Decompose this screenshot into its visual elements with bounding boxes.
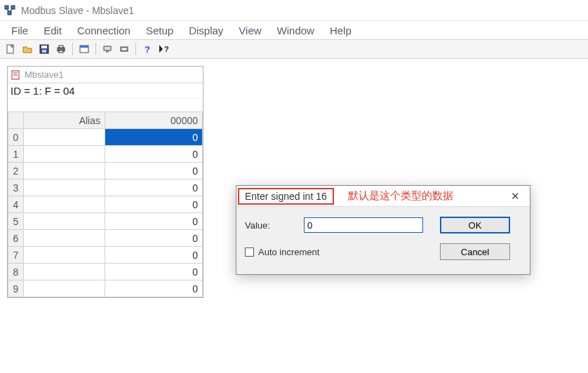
- child-title: Mbslave1: [25, 69, 64, 80]
- close-icon[interactable]: ✕: [507, 190, 524, 203]
- child-titlebar[interactable]: Mbslave1: [8, 67, 203, 83]
- menu-connection[interactable]: Connection: [72, 23, 136, 38]
- value-label: Value:: [245, 220, 294, 231]
- device-icon[interactable]: [116, 41, 132, 57]
- alias-cell[interactable]: [24, 280, 105, 297]
- value-cell[interactable]: 0: [105, 230, 203, 247]
- value-input[interactable]: [304, 217, 423, 233]
- row-header[interactable]: 2: [8, 163, 24, 179]
- table-row[interactable]: 80: [8, 264, 203, 280]
- connection-icon[interactable]: [100, 41, 115, 57]
- alias-cell[interactable]: [24, 163, 105, 179]
- dialog-annotation: 默认是这个类型的数据: [348, 189, 507, 203]
- row-header[interactable]: 6: [8, 230, 24, 247]
- auto-increment-label: Auto increment: [258, 247, 319, 257]
- whatsthis-icon[interactable]: ?: [156, 41, 172, 57]
- child-window: Mbslave1 ID = 1: F = 04 Alias 00000 0010…: [7, 66, 203, 298]
- table-row[interactable]: 60: [8, 230, 203, 247]
- table-row[interactable]: 50: [8, 213, 203, 230]
- column-alias[interactable]: Alias: [24, 112, 105, 129]
- value-entry-dialog: Enter signed int 16 默认是这个类型的数据 ✕ Value: …: [236, 185, 530, 275]
- save-icon[interactable]: [36, 41, 52, 57]
- alias-cell[interactable]: [24, 247, 105, 264]
- auto-increment-checkbox[interactable]: Auto increment: [245, 247, 423, 257]
- value-cell[interactable]: 0: [105, 196, 203, 213]
- alias-cell[interactable]: [24, 264, 105, 280]
- table-row[interactable]: 30: [8, 179, 203, 196]
- document-icon: [11, 70, 20, 80]
- svg-rect-2: [8, 11, 11, 15]
- svg-rect-10: [59, 46, 63, 48]
- table-row[interactable]: 00: [8, 129, 203, 146]
- menu-view[interactable]: View: [233, 23, 267, 38]
- column-value[interactable]: 00000: [105, 112, 203, 129]
- value-cell[interactable]: 0: [105, 213, 203, 230]
- menu-help[interactable]: Help: [324, 23, 357, 38]
- row-header[interactable]: 9: [8, 280, 24, 297]
- table-row[interactable]: 90: [8, 280, 203, 297]
- value-cell[interactable]: 0: [105, 163, 203, 179]
- window-icon[interactable]: [76, 41, 92, 57]
- print-icon[interactable]: [53, 41, 69, 57]
- svg-rect-18: [122, 48, 126, 50]
- value-cell[interactable]: 0: [105, 280, 203, 297]
- about-icon[interactable]: ?: [140, 41, 155, 57]
- table-corner: [8, 112, 24, 129]
- toolbar: ? ?: [0, 39, 588, 59]
- toolbar-separator: [95, 43, 96, 55]
- svg-text:?: ?: [164, 45, 169, 53]
- row-header[interactable]: 4: [8, 196, 24, 213]
- svg-rect-0: [5, 6, 8, 9]
- register-table[interactable]: Alias 00000 00102030405060708090: [8, 111, 203, 297]
- cancel-button[interactable]: Cancel: [440, 243, 510, 260]
- value-cell[interactable]: 0: [105, 264, 203, 280]
- open-file-icon[interactable]: [20, 41, 35, 57]
- app-title: Modbus Slave - Mbslave1: [21, 5, 134, 16]
- menu-edit[interactable]: Edit: [38, 23, 67, 38]
- table-row[interactable]: 40: [8, 196, 203, 213]
- alias-cell[interactable]: [24, 213, 105, 230]
- alias-cell[interactable]: [24, 196, 105, 213]
- table-row[interactable]: 20: [8, 163, 203, 179]
- toolbar-separator: [72, 43, 73, 55]
- row-header[interactable]: 0: [8, 129, 24, 146]
- value-cell[interactable]: 0: [105, 247, 203, 264]
- row-header[interactable]: 3: [8, 179, 24, 196]
- row-header[interactable]: 5: [8, 213, 24, 230]
- table-row[interactable]: 70: [8, 247, 203, 264]
- alias-cell[interactable]: [24, 179, 105, 196]
- value-cell[interactable]: 0: [105, 179, 203, 196]
- ok-button[interactable]: OK: [440, 217, 510, 233]
- svg-rect-14: [104, 46, 111, 50]
- svg-rect-11: [59, 50, 63, 53]
- checkbox-icon: [245, 247, 254, 257]
- row-header[interactable]: 7: [8, 247, 24, 264]
- svg-rect-1: [11, 6, 15, 9]
- menu-window[interactable]: Window: [272, 23, 320, 38]
- menu-setup[interactable]: Setup: [140, 23, 179, 38]
- main-titlebar: Modbus Slave - Mbslave1: [0, 0, 588, 21]
- svg-rect-8: [42, 50, 46, 53]
- alias-cell[interactable]: [24, 129, 105, 146]
- menu-bar: File Edit Connection Setup Display View …: [0, 21, 588, 39]
- menu-file[interactable]: File: [6, 23, 34, 38]
- dialog-title: Enter signed int 16: [238, 188, 334, 205]
- value-cell[interactable]: 0: [105, 146, 203, 163]
- alias-cell[interactable]: [24, 230, 105, 247]
- dialog-titlebar[interactable]: Enter signed int 16 默认是这个类型的数据 ✕: [236, 186, 530, 207]
- row-header[interactable]: 1: [8, 146, 24, 163]
- status-line: ID = 1: F = 04: [8, 83, 203, 99]
- value-cell[interactable]: 0: [105, 129, 203, 146]
- row-header[interactable]: 8: [8, 264, 24, 280]
- toolbar-separator: [135, 43, 136, 55]
- menu-display[interactable]: Display: [183, 23, 229, 38]
- svg-rect-13: [80, 46, 88, 48]
- app-icon: [4, 5, 15, 16]
- new-file-icon[interactable]: [3, 41, 18, 57]
- svg-rect-7: [41, 46, 47, 48]
- table-row[interactable]: 10: [8, 146, 203, 163]
- alias-cell[interactable]: [24, 146, 105, 163]
